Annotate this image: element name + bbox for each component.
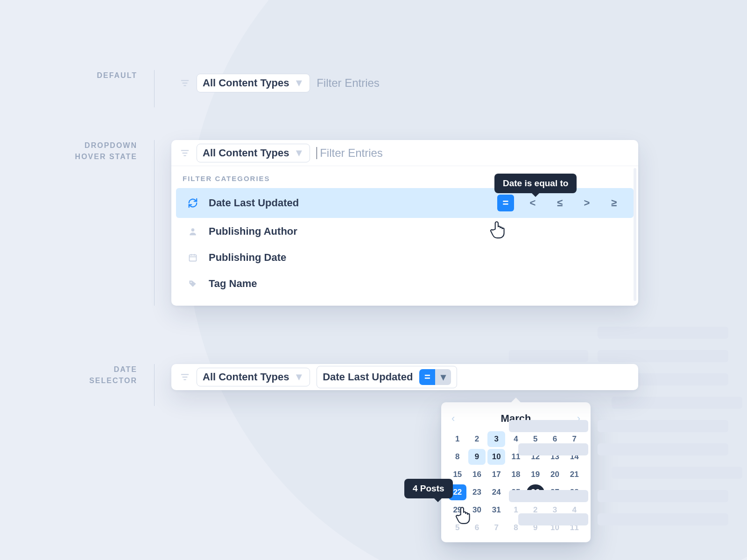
- calendar-day[interactable]: 19: [527, 467, 544, 483]
- chevron-down-icon: ▼: [294, 77, 304, 89]
- operator-badge[interactable]: = ▾: [419, 369, 451, 385]
- chevron-down-icon: ▾: [435, 369, 451, 385]
- category-tag-name[interactable]: Tag Name: [176, 271, 634, 296]
- operator-group: = < ≤ > ≥: [497, 195, 622, 211]
- tag-icon: [187, 279, 198, 288]
- chevron-down-icon: ▼: [294, 147, 304, 159]
- calendar-day[interactable]: 10: [487, 449, 505, 465]
- active-filter-chip[interactable]: Date Last Updated = ▾: [317, 366, 457, 388]
- calendar-day[interactable]: 3: [487, 431, 505, 447]
- calendar-day[interactable]: 2: [468, 431, 486, 447]
- calendar-day[interactable]: 23: [468, 484, 486, 500]
- calendar-day[interactable]: 24: [487, 484, 505, 500]
- filter-icon: [180, 78, 190, 88]
- operator-equal[interactable]: =: [497, 195, 514, 211]
- calendar-day[interactable]: 1: [449, 431, 466, 447]
- content-type-chip[interactable]: All Content Types ▼: [197, 74, 310, 92]
- calendar-day-tooltip: 4 Posts: [404, 479, 453, 498]
- category-label: Publishing Author: [209, 225, 297, 238]
- chip-label: All Content Types: [203, 77, 289, 89]
- calendar-day[interactable]: 17: [487, 467, 505, 483]
- operator-tooltip: Date is equal to: [494, 174, 577, 193]
- equal-icon: =: [419, 369, 435, 385]
- filter-icon: [180, 372, 190, 382]
- svg-point-6: [191, 228, 195, 231]
- calendar-day[interactable]: 21: [565, 467, 583, 483]
- filter-input-placeholder: Filter Entries: [320, 147, 383, 160]
- category-label: Date Last Updated: [209, 197, 299, 209]
- calendar-day[interactable]: 20: [546, 467, 564, 483]
- chip-label: Date Last Updated: [323, 371, 413, 383]
- state-label-default: DEFAULT: [33, 70, 154, 81]
- calendar-day[interactable]: 31: [487, 502, 505, 518]
- user-icon: [187, 227, 198, 236]
- chip-label: All Content Types: [203, 371, 289, 383]
- category-publishing-date[interactable]: Publishing Date: [176, 245, 634, 270]
- divider: [154, 70, 155, 107]
- content-type-chip[interactable]: All Content Types ▼: [197, 368, 310, 386]
- category-label: Publishing Date: [209, 252, 286, 264]
- filter-icon: [180, 148, 190, 158]
- scrollbar[interactable]: [634, 168, 636, 301]
- svg-rect-7: [190, 255, 197, 261]
- cursor-hand-icon: [454, 505, 473, 525]
- filter-bar-default: All Content Types ▼ Filter Entries: [171, 70, 388, 96]
- calendar-prev-button[interactable]: ‹: [449, 411, 458, 427]
- operator-greater-equal[interactable]: ≥: [606, 195, 622, 211]
- text-cursor: [317, 147, 317, 159]
- divider: [154, 140, 155, 306]
- calendar-day[interactable]: 7: [487, 520, 505, 536]
- svg-point-11: [190, 282, 192, 283]
- refresh-icon: [187, 198, 198, 208]
- calendar-icon: [187, 253, 198, 262]
- filter-input-placeholder[interactable]: Filter Entries: [317, 77, 380, 90]
- filter-input[interactable]: Filter Entries: [317, 147, 383, 160]
- category-publishing-author[interactable]: Publishing Author: [176, 219, 634, 244]
- calendar-day[interactable]: 16: [468, 467, 486, 483]
- category-label: Tag Name: [209, 278, 257, 290]
- operator-greater-than[interactable]: >: [578, 195, 595, 211]
- calendar-day[interactable]: 8: [449, 449, 466, 465]
- filter-bar-hover: All Content Types ▼ Filter Entries: [171, 140, 638, 166]
- state-label-hover: DROPDOWN HOVER STATE: [33, 140, 154, 162]
- operator-less-than[interactable]: <: [524, 195, 541, 211]
- content-type-chip[interactable]: All Content Types ▼: [197, 144, 310, 162]
- chevron-down-icon: ▼: [294, 371, 304, 383]
- filter-bar-date: All Content Types ▼ Date Last Updated = …: [171, 364, 638, 390]
- divider: [154, 364, 155, 406]
- calendar-day[interactable]: 18: [507, 467, 525, 483]
- filter-dropdown-panel: All Content Types ▼ Filter Entries FILTE…: [171, 140, 638, 306]
- chip-label: All Content Types: [203, 147, 289, 159]
- calendar-day[interactable]: 9: [468, 449, 486, 465]
- operator-less-equal[interactable]: ≤: [551, 195, 568, 211]
- state-label-date-selector: DATE SELECTOR: [33, 364, 154, 386]
- cursor-hand-icon: [488, 219, 508, 239]
